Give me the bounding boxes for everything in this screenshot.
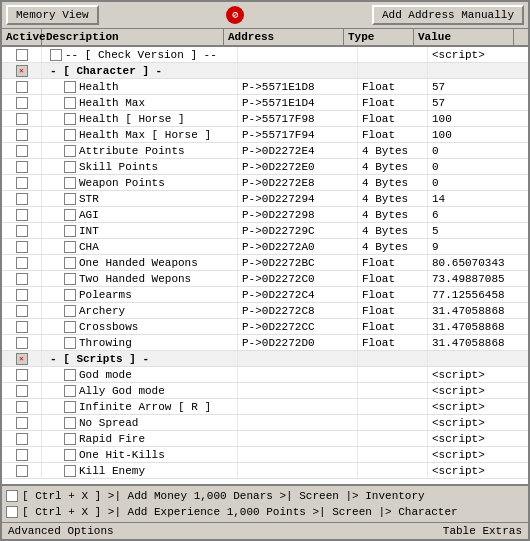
active-cell[interactable] [2,287,42,302]
table-row[interactable]: No Spread<script> [2,415,528,431]
active-checkbox[interactable] [16,401,28,413]
row-checkbox[interactable] [64,449,76,461]
active-checkbox[interactable] [16,225,28,237]
row-checkbox[interactable] [64,257,76,269]
row-checkbox[interactable] [64,193,76,205]
row-checkbox[interactable] [64,161,76,173]
table-row[interactable]: INTP->0D22729C4 Bytes5 [2,223,528,239]
active-cell[interactable]: ✕ [2,351,42,366]
active-cell[interactable] [2,271,42,286]
active-checkbox[interactable] [16,433,28,445]
row-checkbox[interactable] [50,49,62,61]
row-checkbox[interactable] [64,97,76,109]
active-checkbox[interactable] [16,417,28,429]
table-row[interactable]: One Handed WeaponsP->0D2272BCFloat80.650… [2,255,528,271]
table-row[interactable]: -- [ Check Version ] --<script> [2,47,528,63]
row-checkbox[interactable] [64,401,76,413]
row-checkbox[interactable] [64,305,76,317]
table-row[interactable]: AGIP->0D2272984 Bytes6 [2,207,528,223]
active-cell[interactable] [2,415,42,430]
active-checkbox[interactable] [16,129,28,141]
active-cell[interactable] [2,447,42,462]
table-row[interactable]: Kill Enemy<script> [2,463,528,479]
active-cell[interactable] [2,95,42,110]
row-checkbox[interactable] [64,273,76,285]
active-checkbox[interactable] [16,321,28,333]
table-row[interactable]: Health [ Horse ]P->55717F98Float100 [2,111,528,127]
active-checkbox[interactable] [16,177,28,189]
table-row[interactable]: ✕- [ Character ] - [2,63,528,79]
active-cell[interactable] [2,431,42,446]
footer-left[interactable]: Advanced Options [8,525,114,537]
active-cell[interactable] [2,239,42,254]
active-cell[interactable] [2,223,42,238]
active-checkbox[interactable] [16,49,28,61]
table-row[interactable]: Skill PointsP->0D2272E04 Bytes0 [2,159,528,175]
active-cell[interactable] [2,79,42,94]
table-row[interactable]: Weapon PointsP->0D2272E84 Bytes0 [2,175,528,191]
table-row[interactable]: HealthP->5571E1D8Float57 [2,79,528,95]
active-checkbox[interactable] [16,289,28,301]
row-checkbox[interactable] [64,81,76,93]
active-cell[interactable]: ✕ [2,63,42,78]
table-row[interactable]: ArcheryP->0D2272C8Float31.47058868 [2,303,528,319]
active-checkbox[interactable] [16,257,28,269]
table-row[interactable]: One Hit-Kills<script> [2,447,528,463]
table-row[interactable]: Rapid Fire<script> [2,431,528,447]
row-checkbox[interactable] [64,289,76,301]
active-cell[interactable] [2,143,42,158]
table-row[interactable]: Infinite Arrow [ R ]<script> [2,399,528,415]
active-cell[interactable] [2,47,42,62]
table-row[interactable]: Health MaxP->5571E1D4Float57 [2,95,528,111]
active-checkbox[interactable] [16,465,28,477]
table-row[interactable]: CHAP->0D2272A04 Bytes9 [2,239,528,255]
active-cell[interactable] [2,367,42,382]
active-cell[interactable] [2,399,42,414]
row-checkbox[interactable] [64,177,76,189]
table-row[interactable]: Attribute PointsP->0D2272E44 Bytes0 [2,143,528,159]
active-cell[interactable] [2,463,42,478]
active-checkbox[interactable] [16,369,28,381]
active-checkbox[interactable] [16,193,28,205]
add-address-button[interactable]: Add Address Manually [372,5,524,25]
active-checkbox[interactable] [16,385,28,397]
row-checkbox[interactable] [64,337,76,349]
bottom-row[interactable]: [ Ctrl + X ] >| Add Experience 1,000 Poi… [6,504,524,520]
footer-right[interactable]: Table Extras [443,525,522,537]
active-checkbox[interactable] [16,97,28,109]
table-row[interactable]: Health Max [ Horse ]P->55717F94Float100 [2,127,528,143]
row-checkbox[interactable] [64,321,76,333]
active-cell[interactable] [2,175,42,190]
active-cell[interactable] [2,335,42,350]
table-row[interactable]: Ally God mode<script> [2,383,528,399]
active-checkbox[interactable] [16,145,28,157]
active-cell[interactable] [2,111,42,126]
table-row[interactable]: ✕- [ Scripts ] - [2,351,528,367]
active-cell[interactable] [2,159,42,174]
row-checkbox[interactable] [64,433,76,445]
active-checkbox[interactable] [16,273,28,285]
row-checkbox[interactable] [64,225,76,237]
bottom-checkbox[interactable] [6,490,18,502]
active-checkbox[interactable] [16,449,28,461]
active-cell[interactable] [2,319,42,334]
active-checkbox[interactable] [16,337,28,349]
row-checkbox[interactable] [64,209,76,221]
table-body[interactable]: -- [ Check Version ] --<script>✕- [ Char… [2,47,528,484]
active-cell[interactable] [2,207,42,222]
active-checkbox-checked[interactable]: ✕ [16,353,28,365]
table-row[interactable]: ThrowingP->0D2272D0Float31.47058868 [2,335,528,351]
active-cell[interactable] [2,255,42,270]
row-checkbox[interactable] [64,113,76,125]
row-checkbox[interactable] [64,385,76,397]
row-checkbox[interactable] [64,465,76,477]
active-cell[interactable] [2,127,42,142]
row-checkbox[interactable] [64,145,76,157]
active-checkbox-checked[interactable]: ✕ [16,65,28,77]
table-row[interactable]: STRP->0D2272944 Bytes14 [2,191,528,207]
active-checkbox[interactable] [16,209,28,221]
row-checkbox[interactable] [64,369,76,381]
bottom-checkbox[interactable] [6,506,18,518]
table-row[interactable]: CrossbowsP->0D2272CCFloat31.47058868 [2,319,528,335]
active-cell[interactable] [2,303,42,318]
